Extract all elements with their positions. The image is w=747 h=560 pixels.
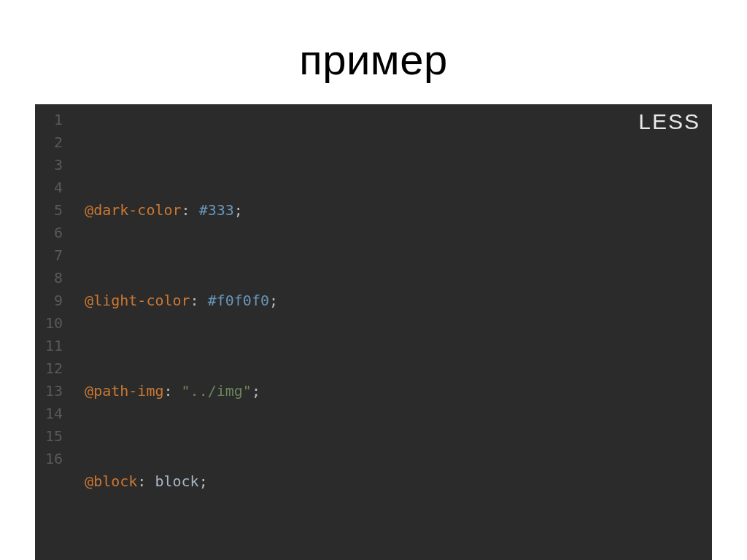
token-punct: ; [252,382,260,400]
code-line: @dark-color: #333; [85,199,702,222]
token-ident: block [155,472,198,490]
token-hex: #333 [199,201,234,219]
code-line: @path-img: "../img"; [85,380,702,402]
line-number: 4 [45,176,67,199]
editor-panel: 1 2 3 4 5 6 7 8 9 10 11 12 13 14 15 16 L… [35,104,712,560]
line-number: 1 [45,109,67,131]
code-editor: 1 2 3 4 5 6 7 8 9 10 11 12 13 14 15 16 L… [35,104,712,560]
line-number: 7 [45,244,67,267]
language-badge: LESS [638,110,700,133]
token-punct: : [137,472,155,490]
token-variable: @light-color [85,292,190,309]
line-number: 8 [45,267,67,289]
line-number: 2 [45,131,67,154]
page-title: пример [0,0,747,104]
line-number: 10 [45,312,67,335]
token-punct: ; [234,201,243,219]
token-punct: : [190,292,208,309]
code-line: @light-color: #f0f0f0; [85,289,702,312]
line-number: 5 [45,199,67,222]
line-number: 11 [45,335,67,357]
code-area[interactable]: LESS @dark-color: #333; @light-color: #f… [74,104,712,560]
line-number: 9 [45,289,67,312]
slide: пример 1 2 3 4 5 6 7 8 9 10 11 12 13 14 … [0,0,747,560]
line-number: 16 [45,448,67,470]
line-number-gutter: 1 2 3 4 5 6 7 8 9 10 11 12 13 14 15 16 [35,104,74,560]
token-variable: @dark-color [85,201,181,219]
line-number: 3 [45,154,67,176]
line-number: 12 [45,357,67,380]
token-variable: @block [85,472,137,490]
token-punct: ; [199,472,208,490]
token-punct: : [163,382,181,400]
token-punct: : [182,201,199,219]
code-line: @block: block; [85,470,702,493]
token-punct: ; [269,292,278,309]
token-variable: @path-img [85,382,163,400]
line-number: 15 [45,425,67,448]
line-number: 14 [45,402,67,425]
token-string: "../img" [182,382,252,400]
line-number: 13 [45,380,67,402]
token-hex: #f0f0f0 [208,292,269,309]
line-number: 6 [45,222,67,244]
